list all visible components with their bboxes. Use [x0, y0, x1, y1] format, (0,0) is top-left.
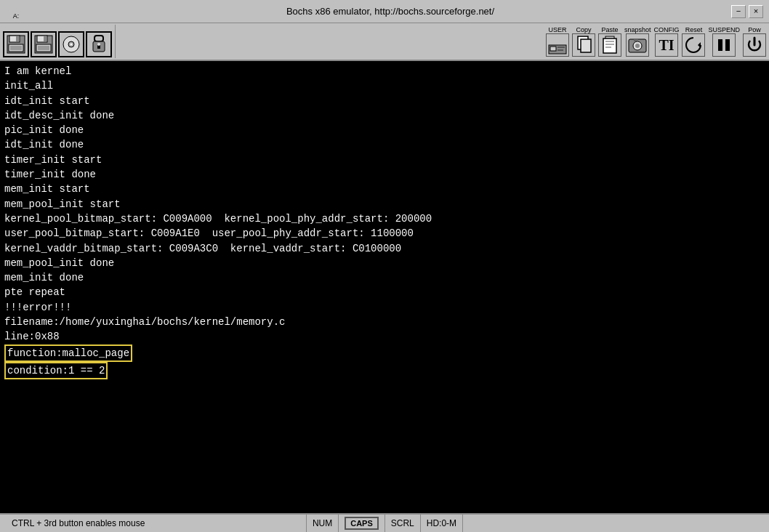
svg-rect-22	[581, 39, 591, 52]
title-bar: Bochs x86 emulator, http://bochs.sourcef…	[0, 0, 769, 23]
svg-point-16	[97, 43, 100, 46]
term-line: user_pool_bitmap_start: C009A1E0 user_po…	[4, 226, 765, 241]
term-line: kernel_pool_bitmap_start: C009A000 kerne…	[4, 211, 765, 226]
svg-rect-13	[94, 36, 103, 41]
snapshot-button[interactable]: snapshot	[624, 26, 651, 57]
hd-label: HD:0-M	[427, 518, 456, 528]
svg-rect-33	[718, 39, 722, 51]
mouse-status: CTRL + 3rd button enables mouse	[6, 515, 307, 532]
svg-point-30	[635, 44, 640, 48]
spacer1	[463, 515, 763, 532]
svg-rect-7	[44, 36, 47, 41]
svg-rect-34	[725, 39, 730, 51]
reset-icon	[682, 33, 705, 57]
num-indicator: NUM	[307, 515, 339, 532]
term-line: !!!error!!!	[4, 300, 765, 315]
term-line: mem_init start	[4, 182, 765, 196]
title-buttons: − ×	[731, 5, 763, 18]
suspend-button[interactable]: SUSPEND	[708, 26, 740, 57]
highlighted-line: function:malloc_page	[4, 344, 132, 362]
caps-indicator: CAPS	[339, 515, 385, 532]
config-icon: TI	[655, 33, 678, 57]
term-line: line:0x88	[4, 329, 765, 344]
term-line: idt_init start	[4, 94, 765, 108]
window-title: Bochs x86 emulator, http://bochs.sourcef…	[49, 6, 731, 17]
num-label: NUM	[313, 518, 332, 528]
term-line: I am kernel	[4, 64, 765, 78]
caps-label: CAPS	[345, 517, 379, 530]
term-line: pic_init done	[4, 123, 765, 137]
snapshot-icon	[626, 33, 649, 57]
term-line: mem_pool_init start	[4, 197, 765, 211]
term-line: kernel_vaddr_bitmap_start: C009A3C0 kern…	[4, 241, 765, 256]
svg-rect-18	[550, 47, 556, 51]
toolbar: A:	[0, 23, 769, 61]
term-line: timer_init start	[4, 153, 765, 167]
svg-rect-4	[10, 46, 22, 50]
network-icon[interactable]	[86, 31, 112, 57]
svg-rect-27	[605, 47, 611, 48]
term-line: filename:/home/yuxinghai/bochs/kernel/me…	[4, 315, 765, 329]
user-icon	[546, 33, 569, 57]
scrl-label: SCRL	[391, 518, 414, 528]
svg-rect-20	[557, 49, 563, 51]
paste-icon	[598, 33, 621, 57]
svg-rect-31	[634, 39, 638, 41]
svg-rect-2	[16, 36, 19, 41]
term-line: mem_init done	[4, 270, 765, 285]
drives-section: A:	[3, 25, 116, 58]
power-icon	[743, 33, 766, 57]
hd-indicator: HD:0-M	[421, 515, 463, 532]
svg-marker-32	[698, 42, 701, 48]
floppy-a-icon[interactable]	[3, 31, 29, 57]
term-line: function:malloc_page	[4, 344, 765, 362]
term-line: init_all	[4, 78, 765, 93]
highlighted-line: condition:1 == 2	[4, 362, 108, 379]
floppy-b-icon[interactable]	[31, 31, 57, 57]
terminal: I am kernelinit_allidt_init startidt_des…	[0, 61, 769, 513]
svg-point-12	[71, 44, 73, 46]
toolbar-right: USER Copy Paste	[546, 26, 766, 57]
term-line: timer_init done	[4, 167, 765, 182]
config-button[interactable]: CONFIG TI	[653, 26, 679, 57]
svg-rect-9	[38, 46, 49, 50]
copy-icon	[572, 33, 595, 57]
term-line: condition:1 == 2	[4, 362, 765, 379]
copy-button[interactable]: Copy	[572, 26, 595, 57]
cdrom-icon[interactable]	[58, 31, 84, 57]
user-button[interactable]: USER	[546, 26, 569, 57]
svg-rect-26	[605, 44, 614, 45]
reset-button[interactable]: Reset	[682, 26, 705, 57]
scrl-indicator: SCRL	[385, 515, 421, 532]
minimize-button[interactable]: −	[731, 5, 746, 18]
term-line: mem_pool_init done	[4, 256, 765, 270]
suspend-icon	[712, 33, 736, 57]
svg-rect-19	[557, 47, 565, 48]
term-line: idt_init done	[4, 137, 765, 152]
statusbar: CTRL + 3rd button enables mouse NUM CAPS…	[0, 513, 769, 532]
svg-rect-25	[605, 41, 614, 42]
paste-button[interactable]: Paste	[598, 26, 621, 57]
term-line: idt_desc_init done	[4, 108, 765, 123]
term-line: pte repeat	[4, 285, 765, 299]
close-button[interactable]: ×	[749, 5, 763, 18]
power-button[interactable]: Pow	[743, 26, 766, 57]
